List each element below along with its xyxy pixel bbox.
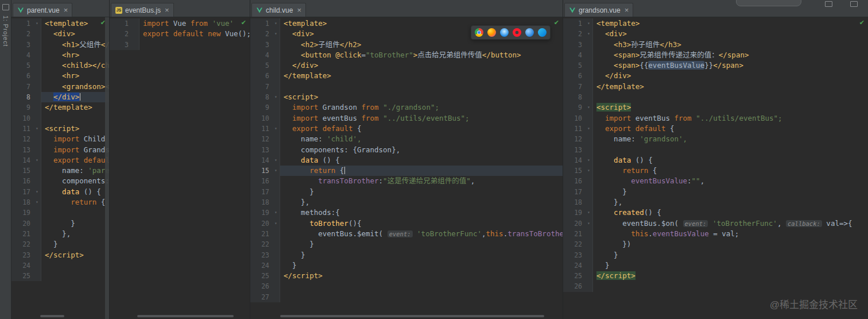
line-number[interactable]: 25: [563, 271, 585, 281]
line-number[interactable]: 9: [11, 102, 33, 113]
code-line[interactable]: 8▾<script>: [250, 92, 563, 102]
code-line[interactable]: 4 <button @click="toBrother">点击给兄弟组件传值</…: [250, 50, 563, 60]
code-line[interactable]: 26: [250, 281, 563, 291]
fold-marker-icon[interactable]: ▾: [272, 29, 280, 39]
line-number[interactable]: 12: [563, 134, 585, 144]
code-line[interactable]: 8 </div>: [11, 92, 109, 102]
code-line[interactable]: 20▾ eventBus.$on( event: 'toBrotherFunc'…: [563, 218, 868, 229]
line-number[interactable]: 6: [11, 71, 33, 81]
line-number[interactable]: 1: [110, 18, 131, 29]
line-number[interactable]: 6: [250, 71, 272, 81]
code-line[interactable]: 23 }: [250, 250, 563, 260]
line-number[interactable]: 15: [563, 166, 585, 176]
line-number[interactable]: 24: [11, 260, 33, 271]
close-icon[interactable]: ×: [297, 6, 301, 14]
line-number[interactable]: 24: [250, 260, 272, 271]
line-number[interactable]: 13: [11, 145, 33, 155]
line-number[interactable]: 10: [563, 113, 585, 124]
line-number[interactable]: 16: [11, 176, 33, 186]
line-number[interactable]: 8: [11, 92, 33, 102]
code-line[interactable]: 18 },: [250, 197, 563, 207]
line-number[interactable]: 3: [11, 40, 33, 50]
code-line[interactable]: 12 name: 'grandson',: [563, 134, 868, 144]
fold-marker-icon[interactable]: ▾: [272, 218, 280, 229]
line-number[interactable]: 14: [250, 155, 272, 166]
code-line[interactable]: 1import Vue from 'vue': [110, 18, 250, 29]
line-number[interactable]: 10: [250, 113, 272, 124]
line-number[interactable]: 21: [250, 229, 272, 239]
line-number[interactable]: 2: [110, 29, 131, 39]
fold-marker-icon[interactable]: ▾: [585, 29, 593, 39]
code-line[interactable]: 15▾ return {: [250, 166, 563, 176]
fold-marker-icon[interactable]: ▾: [272, 124, 280, 134]
window-control-icon[interactable]: [825, 1, 832, 7]
line-number[interactable]: 13: [563, 145, 585, 155]
line-number[interactable]: 15: [11, 166, 33, 176]
fold-marker-icon[interactable]: ▾: [272, 207, 280, 218]
code-editor-grandson[interactable]: 1▾<template>2▾ <div>3 <h3>孙子组件</h3>4 <sp…: [563, 17, 868, 319]
code-line[interactable]: 5 <child></child>: [11, 60, 109, 71]
code-line[interactable]: 17 }: [250, 187, 563, 197]
line-number[interactable]: 14: [11, 155, 33, 166]
code-line[interactable]: 9</template>: [11, 102, 109, 113]
line-number[interactable]: 1: [11, 18, 33, 29]
opera-icon[interactable]: [513, 28, 521, 37]
code-line[interactable]: 22 }: [250, 239, 563, 249]
line-number[interactable]: 8: [250, 92, 272, 102]
code-line[interactable]: 3 <h2>子组件</h2>: [250, 40, 563, 50]
code-line[interactable]: 12 name: 'child',: [250, 134, 563, 144]
close-icon[interactable]: ×: [64, 6, 68, 14]
line-number[interactable]: 22: [11, 239, 33, 249]
code-line[interactable]: 25: [11, 271, 109, 281]
inspection-ok-icon[interactable]: ✔: [241, 19, 246, 26]
code-line[interactable]: 12 import Child from "./child";: [11, 134, 109, 144]
code-line[interactable]: 2▾ <div>: [563, 29, 868, 39]
fold-marker-icon[interactable]: ▾: [585, 207, 593, 218]
line-number[interactable]: 23: [11, 250, 33, 260]
code-line[interactable]: 16 components: {Child, Grandson},: [11, 176, 109, 186]
line-number[interactable]: 3: [563, 40, 585, 50]
line-number[interactable]: 19: [563, 207, 585, 218]
code-line[interactable]: 6</template>: [250, 71, 563, 81]
code-line[interactable]: 22 }: [11, 239, 109, 249]
code-line[interactable]: 1▾<template>: [563, 18, 868, 29]
line-number[interactable]: 11: [563, 124, 585, 134]
code-line[interactable]: 3 <h1>父组件</h1>: [11, 40, 109, 50]
code-line[interactable]: 16 transToBrother:"这是传递给兄弟组件的值",: [250, 176, 563, 186]
code-line[interactable]: 11▾ export default {: [563, 124, 868, 134]
line-number[interactable]: 7: [563, 82, 585, 92]
project-tool-label[interactable]: 1: Project: [2, 16, 9, 47]
fold-marker-icon[interactable]: ▾: [272, 155, 280, 166]
code-line[interactable]: 15 name: 'parent',: [11, 166, 109, 176]
line-number[interactable]: 17: [563, 187, 585, 197]
code-line[interactable]: 24 }: [563, 260, 868, 271]
code-line[interactable]: 7: [250, 82, 563, 92]
fold-marker-icon[interactable]: ▾: [272, 92, 280, 102]
tab-parent-vue[interactable]: parent.vue ×: [13, 3, 72, 17]
fold-marker-icon[interactable]: ▾: [33, 197, 41, 207]
code-line[interactable]: 1▾<template>: [11, 18, 109, 29]
code-line[interactable]: 10 import eventBus from "../utils/eventB…: [563, 113, 868, 124]
tab-eventbus-js[interactable]: JS eventBus.js ×: [111, 3, 174, 17]
code-line[interactable]: 21 this.eventBusValue = val;: [563, 229, 868, 239]
code-line[interactable]: 25</script>: [250, 271, 563, 281]
code-line[interactable]: 11▾ export default {: [250, 124, 563, 134]
line-number[interactable]: 2: [563, 29, 585, 39]
code-line[interactable]: 26: [563, 281, 868, 291]
code-editor-eventbus[interactable]: 1import Vue from 'vue'2export default ne…: [110, 17, 250, 319]
code-line[interactable]: 25</script>: [563, 271, 868, 281]
vertical-scrollbar[interactable]: [105, 17, 109, 319]
code-line[interactable]: 16 eventBusValue:"",: [563, 176, 868, 186]
line-number[interactable]: 4: [250, 50, 272, 60]
line-number[interactable]: 13: [250, 145, 272, 155]
code-line[interactable]: 9 import Grandson from "./grandson";: [250, 102, 563, 113]
code-line[interactable]: 3: [110, 40, 250, 50]
window-control-icon[interactable]: [850, 1, 858, 7]
code-line[interactable]: 19▾ methods:{: [250, 207, 563, 218]
code-line[interactable]: 19: [11, 207, 109, 218]
line-number[interactable]: 26: [250, 281, 272, 291]
code-editor-parent[interactable]: 1▾<template>2 <div>3 <h1>父组件</h1>4 <hr>5…: [11, 17, 109, 319]
tab-child-vue[interactable]: child.vue ×: [251, 3, 306, 17]
code-line[interactable]: 6 <hr>: [11, 71, 109, 81]
line-number[interactable]: 20: [250, 218, 272, 229]
